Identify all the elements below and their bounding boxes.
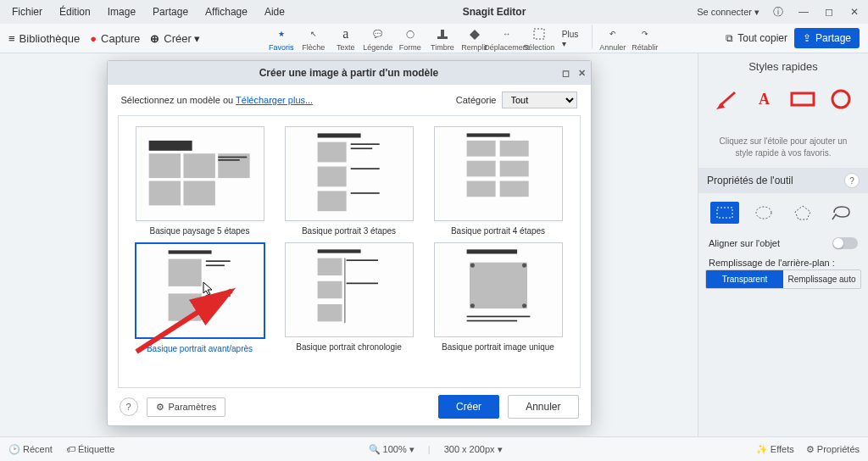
quick-style-text[interactable]: A [751,86,778,112]
svg-rect-18 [350,192,379,194]
svg-rect-37 [317,304,342,321]
properties-help-button[interactable]: ? [844,173,860,188]
tool-properties-title: Propriétés de l'outil [707,175,793,186]
svg-rect-1 [441,30,444,36]
recent-button[interactable]: 🕑 Récent [8,444,53,455]
fill-auto[interactable]: Remplissage auto [783,270,860,288]
template-list[interactable]: Basique paysage 5 étapes Basique portrai… [118,115,581,388]
template-item[interactable]: Basique paysage 5 étapes [129,126,271,236]
effects-button[interactable]: ✨ Effets [756,444,794,455]
svg-rect-0 [437,36,448,39]
svg-rect-27 [168,259,201,286]
svg-rect-25 [499,181,528,197]
info-icon[interactable]: ⓘ [770,5,787,19]
quick-style-circle[interactable] [827,86,854,112]
menu-file[interactable]: Fichier [5,3,49,20]
tool-redo[interactable]: ↷Rétablir [630,25,660,52]
quick-styles-title: Styles rapides [698,53,868,80]
dialog-close-button[interactable]: ✕ [578,68,586,79]
minimize-button[interactable]: — [795,6,812,18]
svg-rect-21 [499,141,528,157]
svg-rect-45 [466,316,530,318]
tool-callout[interactable]: 💬Légende [363,25,393,52]
tool-arrow[interactable]: ↖Flèche [298,25,329,52]
sign-in-link[interactable]: Se connecter ▾ [697,7,760,18]
menu-image[interactable]: Image [101,3,142,20]
capture-button[interactable]: ● Capture [90,32,140,45]
tag-button[interactable]: 🏷 Étiquette [66,444,114,454]
create-from-template-dialog: Créer une image à partir d'un modèle ◻✕ … [107,60,592,426]
svg-rect-35 [317,281,342,298]
tool-move[interactable]: ↔Déplacement [492,25,522,52]
menu-help[interactable]: Aide [258,3,292,20]
svg-rect-22 [466,161,495,177]
svg-rect-30 [168,293,201,320]
align-toggle[interactable] [832,237,858,249]
svg-rect-11 [317,133,360,137]
quick-styles-hint: Cliquez sur l'étoile pour ajouter un sty… [698,119,868,168]
tool-more[interactable]: Plus ▾ [556,25,587,52]
fill-transparent[interactable]: Transparent [706,270,783,288]
cancel-button[interactable]: Annuler [508,395,578,419]
svg-rect-29 [205,264,224,266]
svg-rect-28 [205,260,230,262]
svg-rect-4 [148,153,180,178]
share-button[interactable]: ⇪ Partage [794,28,860,48]
sel-rect-solid[interactable] [710,202,739,224]
menu-edit[interactable]: Édition [53,3,97,20]
svg-rect-12 [317,142,346,163]
copy-all-button[interactable]: ⧉ Tout copier [726,32,787,44]
svg-rect-26 [168,250,211,253]
svg-point-52 [756,207,771,219]
canvas-area: Créer une image à partir d'un modèle ◻✕ … [0,53,698,436]
library-button[interactable]: ≡ Bibliothèque [8,32,80,45]
sel-polygon[interactable] [788,202,817,224]
create-button[interactable]: ⊕ Créer ▾ [150,32,200,45]
svg-rect-20 [466,141,495,157]
svg-rect-2 [534,29,544,39]
quick-style-rect[interactable] [789,86,816,112]
svg-rect-13 [350,143,379,145]
mouse-cursor-icon [203,281,214,297]
dialog-maximize-button[interactable]: ◻ [562,68,570,79]
svg-rect-24 [466,181,495,197]
sel-ellipse[interactable] [749,202,778,224]
svg-point-50 [832,91,849,108]
svg-rect-10 [218,159,240,161]
create-button[interactable]: Créer [438,395,499,419]
svg-rect-40 [470,263,527,308]
close-button[interactable]: ✕ [846,6,863,18]
template-item[interactable]: Basique portrait image unique [427,242,570,353]
svg-rect-23 [499,161,528,177]
quick-style-arrow[interactable] [713,86,740,112]
properties-button[interactable]: ⚙ Propriétés [806,444,860,455]
menu-share[interactable]: Partage [146,3,195,20]
tool-selection[interactable]: Sélection [524,25,554,52]
svg-rect-15 [317,167,346,187]
template-item[interactable]: Basique portrait 3 étapes [278,126,420,236]
svg-rect-36 [346,283,377,285]
template-item[interactable]: Basique portrait 4 étapes [427,126,570,236]
svg-rect-17 [317,191,346,211]
template-item[interactable]: Basique portrait chronologie [278,242,420,353]
tool-favorites[interactable]: ★Favoris [266,25,297,52]
dialog-help-button[interactable]: ? [120,397,138,416]
svg-marker-53 [795,206,810,219]
zoom-control[interactable]: 🔍 100% ▾ [369,444,415,455]
tool-shape[interactable]: ◯Forme [395,25,426,52]
menu-view[interactable]: Affichage [198,3,254,20]
fill-label: Remplissage de l'arrière-plan : [698,254,868,269]
svg-rect-19 [466,133,509,136]
tool-text[interactable]: aTexte [331,25,361,52]
size-control[interactable]: 300 x 200px ▾ [444,444,503,455]
settings-button[interactable]: ⚙ Paramètres [147,397,226,417]
maximize-button[interactable]: ◻ [821,6,837,18]
svg-rect-46 [466,320,517,322]
svg-rect-8 [183,181,214,206]
template-item-selected[interactable]: Basique portrait avant/après [129,242,271,353]
sel-lasso[interactable] [827,202,856,224]
download-more-link[interactable]: Télécharger plus... [236,95,313,105]
tool-stamp[interactable]: Timbre [427,25,458,52]
tool-undo[interactable]: ↶Annuler [598,25,628,52]
category-select[interactable]: Tout [502,92,577,108]
